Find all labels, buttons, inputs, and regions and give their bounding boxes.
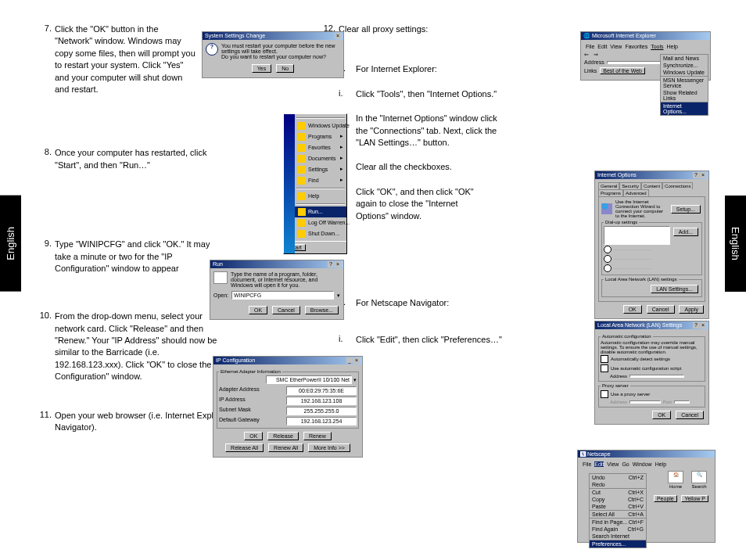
edit-menu-item[interactable]: Redo (590, 481, 646, 488)
start-menu-item[interactable]: Find (295, 175, 346, 186)
help-icon[interactable]: ? (328, 261, 334, 267)
menu-item[interactable]: File (586, 44, 594, 49)
browse-button[interactable]: Browse... (305, 306, 339, 314)
release-button[interactable]: Release (267, 432, 299, 440)
edit-menu-item[interactable]: Select AllCtrl+A (590, 511, 646, 518)
tab[interactable]: Content (641, 182, 662, 189)
menu-item-icon (298, 155, 306, 163)
more-info-button[interactable]: More Info >> (308, 443, 350, 452)
start-menu-item[interactable]: Favorites (295, 142, 346, 153)
edit-menu-item[interactable]: CopyCtrl+C (590, 496, 646, 503)
tab[interactable]: Security (619, 182, 641, 189)
ok-button[interactable]: OK (652, 411, 671, 419)
menu-item[interactable]: Edit (597, 44, 607, 49)
address-input[interactable] (629, 375, 684, 378)
step-number: 9. (38, 239, 55, 248)
tools-menu-item[interactable]: Windows Update (661, 69, 708, 76)
menu-item[interactable]: Edit (594, 461, 604, 467)
tab[interactable]: Programs (598, 189, 623, 196)
minimize-icon[interactable]: _ (346, 357, 353, 364)
subnet-mask-value: 255.255.255.0 (286, 407, 357, 415)
radio-icon[interactable] (604, 255, 612, 263)
menu-item[interactable]: File (583, 461, 591, 467)
apply-button[interactable]: Apply (679, 305, 704, 314)
close-icon[interactable]: × (335, 33, 341, 39)
start-menu-item[interactable]: Programs (295, 131, 346, 142)
edit-menu-item[interactable]: CutCtrl+X (590, 489, 646, 496)
option-text: ····························· (614, 247, 651, 252)
menu-item[interactable]: Help (655, 461, 666, 467)
add-button[interactable]: Add... (673, 228, 698, 236)
step-number: 8. (38, 147, 55, 156)
menu-item[interactable]: View (610, 44, 622, 49)
start-menu-item[interactable]: Windows Update (295, 120, 346, 131)
close-icon[interactable]: × (335, 261, 341, 267)
menu-item[interactable]: Favorites (625, 44, 647, 49)
link-button[interactable]: People (654, 495, 677, 502)
renew-button[interactable]: Renew (303, 432, 332, 440)
menu-item-icon (298, 192, 306, 200)
start-menu-item[interactable]: Shut Down... (295, 228, 346, 239)
close-icon[interactable]: × (353, 357, 360, 364)
tools-menu-item[interactable]: Mail and News (661, 55, 708, 62)
forward-icon[interactable]: ⇒ (594, 52, 598, 58)
tab[interactable]: Connections (662, 182, 693, 189)
lan-settings-button[interactable]: LAN Settings... (651, 285, 698, 293)
cancel-button[interactable]: Cancel (647, 305, 675, 314)
start-menu-item[interactable]: Run... (295, 206, 346, 217)
start-menu-item[interactable]: Log Off Warren... (295, 217, 346, 228)
tab[interactable]: Advanced (623, 189, 649, 196)
menu-item[interactable]: Help (667, 44, 678, 49)
help-icon[interactable]: ? (693, 322, 699, 328)
menu-item[interactable]: Tools (651, 44, 663, 49)
dropdown-icon[interactable]: ▾ (337, 293, 340, 299)
close-icon[interactable]: × (700, 172, 706, 178)
adapter-select[interactable]: SMC EtherPowerII 10/100 Net (266, 375, 352, 384)
edit-menu-item[interactable]: Preferences... (590, 540, 646, 547)
setup-button[interactable]: Setup... (671, 205, 701, 214)
edit-menu-item[interactable]: Find in Page...Ctrl+F (590, 519, 646, 526)
yes-button[interactable]: Yes (252, 64, 271, 73)
checkbox[interactable] (601, 364, 608, 372)
open-input[interactable]: WINIPCFG (231, 291, 334, 300)
tools-menu-item[interactable]: Internet Options... (661, 102, 708, 115)
edit-menu-item[interactable]: PasteCtrl+V (590, 503, 646, 510)
checkbox[interactable] (601, 390, 608, 398)
search-button[interactable]: 🔍Search (691, 471, 707, 489)
link-button[interactable]: Best of the Web (600, 67, 645, 74)
menu-item[interactable]: View (607, 461, 619, 467)
step-text: Click the "OK" button in the "Network" w… (55, 23, 195, 95)
edit-menu-item[interactable]: Search Internet (590, 533, 646, 540)
menu-item[interactable]: Window (633, 461, 652, 467)
help-icon[interactable]: ? (693, 172, 699, 178)
tab[interactable]: General (598, 182, 619, 189)
link-button[interactable]: Yellow P (681, 495, 708, 502)
edit-menu-item[interactable]: UndoCtrl+Z (590, 474, 646, 481)
radio-icon[interactable] (604, 246, 612, 253)
home-button[interactable]: 🏠Home (668, 471, 683, 489)
close-icon[interactable]: × (700, 322, 706, 328)
renew-all-button[interactable]: Renew All (268, 443, 303, 452)
dropdown-icon[interactable]: ▾ (353, 377, 357, 382)
tools-menu-item[interactable]: MSN Messenger Service (661, 77, 708, 89)
sub-ii: ii. In the "Internet Options" window cli… (339, 113, 590, 149)
checkbox[interactable] (601, 355, 608, 363)
ok-button[interactable]: OK (244, 432, 263, 440)
dialup-list[interactable] (604, 226, 670, 245)
menu-item[interactable]: Go (622, 461, 629, 467)
release-all-button[interactable]: Release All (225, 443, 264, 452)
cancel-button[interactable]: Cancel (676, 411, 704, 419)
back-icon[interactable]: ⇐ (584, 52, 589, 58)
radio-icon[interactable] (604, 264, 612, 272)
tools-menu-item[interactable]: Show Related Links (661, 89, 708, 102)
start-menu-item[interactable]: Documents (295, 153, 346, 164)
ok-button[interactable]: OK (249, 306, 267, 314)
start-menu-item[interactable]: Settings (295, 164, 346, 175)
cancel-button[interactable]: Cancel (272, 306, 300, 314)
no-button[interactable]: No (276, 64, 294, 73)
edit-menu-item[interactable]: Find AgainCtrl+G (590, 526, 646, 533)
start-menu-item[interactable]: Help (295, 191, 346, 202)
ok-button[interactable]: OK (623, 305, 642, 314)
tools-menu-item[interactable]: Synchronize... (661, 62, 708, 69)
open-label: Open: (213, 293, 228, 298)
